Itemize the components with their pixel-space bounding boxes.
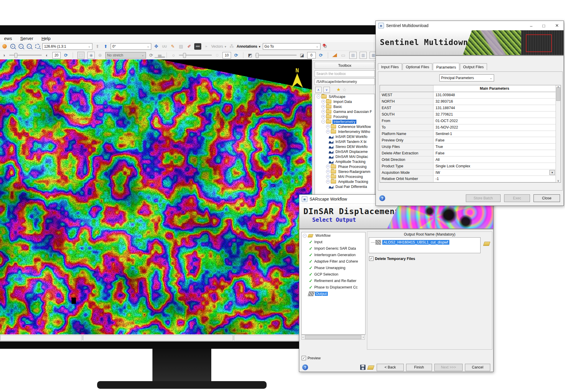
delete-temp-checkbox[interactable]: ✓ [369,256,373,261]
open-icon[interactable] [368,365,374,370]
parameter-row[interactable]: From 01-OCT-2022 [380,118,556,124]
parameter-row[interactable]: Unzip Files True [380,144,556,150]
parameter-row[interactable]: Delete After Extraction False [380,150,556,156]
toolbox-tree-item[interactable]: InSAR Tandem-X bi [315,139,375,144]
crosshair-icon[interactable]: ⊕ [97,52,103,59]
grid-icon[interactable]: ▨ [178,43,184,50]
browse-folder-icon[interactable] [484,241,490,246]
menu-item-server[interactable]: Server [16,34,37,42]
cancel-button[interactable]: Cancel [465,364,490,371]
toolbox-search-input[interactable]: Search the toolbox [315,70,375,77]
gear-alert-icon[interactable]: ⚙e [322,43,329,50]
workflow-tree-root[interactable]: − Workflow [302,232,365,239]
image-placeholder-icon[interactable]: ▭ [340,52,346,59]
refresh-transparency-icon[interactable]: ⟳ [318,52,324,59]
toolbox-tree-item[interactable]: + Interferometry Witho [315,129,375,134]
fly-icon[interactable]: UU [161,43,168,50]
rotation-combo[interactable]: 0°⌄ [111,43,151,50]
finish-button[interactable]: Finish [406,364,432,371]
refresh-stretch-icon[interactable]: ⟳ [148,52,154,59]
interferogram-canvas[interactable] [0,59,312,334]
preview-checkbox[interactable]: ✓ [302,356,306,360]
zoom-in-icon[interactable]: + [9,43,16,50]
next-button[interactable]: Next >>> [434,364,463,371]
store-batch-button[interactable]: Store Batch [466,194,501,202]
workflow-step[interactable]: ✓ Import Generic SAR Data [302,245,365,252]
parameter-row[interactable]: NORTH 32.993716 [380,99,556,105]
expand-all-button[interactable]: ∨ [323,87,330,93]
help-icon[interactable]: ? [302,364,308,370]
parameters-vscrollbar[interactable]: ∧ ∨ [556,85,561,182]
maximize-icon[interactable]: □ [542,23,545,28]
toolbox-tree-item[interactable]: − SARscape [315,94,375,99]
pan-hand-icon[interactable]: ✥ [153,43,159,50]
brightness-value[interactable]: 10 [222,52,231,59]
parameter-row[interactable]: Product Type Single Look Complex [380,163,556,169]
save-icon[interactable] [360,365,365,370]
toolbox-tree-item[interactable]: + Coherence Workflow [315,124,375,129]
parameter-row[interactable]: SOUTH 32.770621 [380,111,556,118]
refresh-contrast-icon[interactable]: ⟳ [63,52,69,59]
histogram-icon[interactable]: ▁▅▂ [157,52,163,59]
toolbox-tree-item[interactable]: + Gamma and Gaussian F [315,109,375,114]
brightness-slider[interactable] [179,55,212,56]
toolbox-tree-item[interactable]: + Stereo-Radargramm [315,169,375,174]
workflow-step[interactable]: Output [302,291,365,297]
workflow-step[interactable]: ✓ Interferogram Generation [302,252,365,258]
zoom-level-combo[interactable]: 126.6% (1.3:1⌄ [42,43,92,50]
back-button[interactable]: < Back [377,364,404,371]
sentinel-titlebar[interactable]: ◉ Sentinel Multidownload – □ ✕ [376,21,564,30]
tab-output-files[interactable]: Output Files [460,63,487,70]
toolbox-tree-item[interactable]: + Amplitude Tracking [315,179,375,184]
tab-optional-files[interactable]: Optional Files [403,63,432,70]
refresh-brightness-icon[interactable]: ⟳ [233,52,240,59]
toolbox-path-field[interactable]: /SARscape/Interferometry [315,78,375,85]
collapse-all-button[interactable]: ∧ [315,87,322,93]
extent-select-button[interactable]: ⬚ [77,52,85,59]
exec-button[interactable]: Exec [504,194,530,202]
ramp-icon[interactable] [331,52,338,59]
toolbox-tree-item[interactable]: DInSAR MAI Displac [315,154,375,159]
scroll-left-icon[interactable]: ‹ [302,336,304,339]
toolbox-tree-item[interactable]: Amplitude Tracking [315,159,375,164]
contrast-value[interactable]: 20 [52,52,61,59]
parameter-set-combo[interactable]: Principal Parameters⌄ [439,74,494,81]
menu-item-help[interactable]: Help [37,34,55,42]
workflow-step[interactable]: ✓ Refinement and Re-flatter [302,278,365,284]
parameter-row[interactable]: WEST 131.009848 [380,92,556,99]
toolbox-tree-item[interactable]: Stereo DEM Workflo [315,144,375,149]
parameter-row[interactable]: Platform Name Sentinel-1 [380,131,556,137]
orient-north-icon[interactable]: ⬆ [102,43,109,50]
parameter-row[interactable]: Relative Orbit Number -1 [380,176,556,182]
goto-combo[interactable]: Go To⌄ [263,43,320,50]
parameter-row[interactable]: EAST 131.188744 [380,105,556,111]
toolbox-tree-item[interactable]: DInSAR Displaceme [315,149,375,154]
extent-zoom-button[interactable]: ◉ [87,52,95,59]
workflow-step[interactable]: ✓ Phase Unwrapping [302,265,365,271]
parameter-row[interactable]: To 31-NOV-2022 [380,124,556,131]
transparency-slider[interactable] [255,55,297,56]
vectors-menu[interactable]: Vectors ▼ [211,44,227,49]
tab-input-files[interactable]: Input Files [378,63,402,70]
output-root-name[interactable]: ALOS2_HH160415_UBSL1_cut_dispwf [382,240,449,245]
scroll-down-icon[interactable]: ∨ [557,179,559,182]
stretch-combo[interactable]: No stretch⌄ [105,52,146,59]
toolbox-tree-item[interactable]: + Phase Processing [315,164,375,169]
workflow-step[interactable]: ✓ GCP Selection [302,271,365,278]
workflow-step[interactable]: ✓ Phase to Displacement Cc [302,284,365,291]
annotations-menu[interactable]: Annotations ▼ [237,44,261,49]
measure-icon[interactable]: ✎ [170,43,176,50]
close-button[interactable]: Close [534,194,560,202]
toolbox-tree-item[interactable]: InSAR DEM Workflo [315,134,375,139]
workflow-steps-hscrollbar[interactable]: ‹ › [301,335,365,340]
pan-up-icon[interactable]: ⬆ [94,43,101,50]
toolbox-tree-item[interactable]: + Import Data [315,99,375,104]
favorite-add-icon[interactable]: ★ [336,87,340,92]
toolbox-tree-item[interactable]: + Focusing [315,114,375,119]
dropdown-button[interactable]: ▾ [549,170,555,175]
help-icon[interactable]: ? [379,195,385,201]
toolbox-tree-item[interactable]: − Interferometry [315,119,375,124]
menu-item-views[interactable]: ews [0,34,16,42]
toolbox-tree-item[interactable]: + Basic [315,104,375,109]
parameter-row[interactable]: Preview Only False [380,137,556,144]
